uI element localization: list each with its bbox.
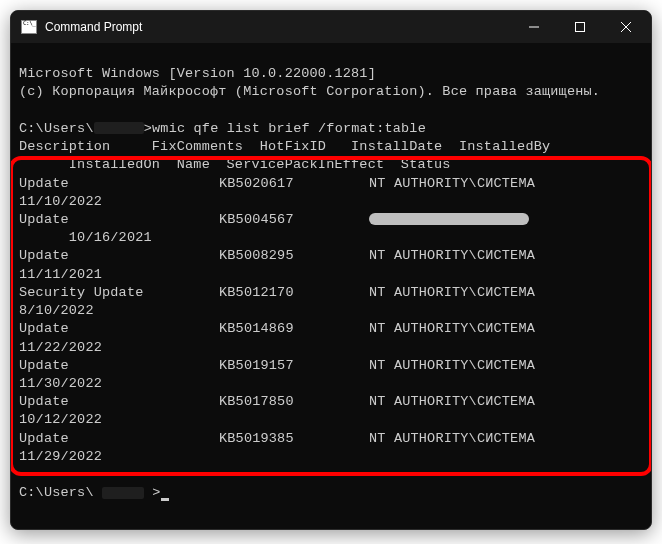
window-title: Command Prompt [45, 20, 511, 34]
row-installedby: NT AUTHORITY\СИСТЕМА [369, 430, 535, 448]
command-prompt-window: Command Prompt Microsoft Windows [Versio… [10, 10, 652, 530]
terminal-body[interactable]: Microsoft Windows [Version 10.0.22000.12… [11, 43, 651, 529]
minimize-icon [529, 22, 539, 32]
hotfix-list: UpdateKB5020617NT AUTHORITY\СИСТЕМА11/10… [19, 175, 643, 467]
row-description: Security Update [19, 284, 219, 302]
row-hotfixid: KB5019385 [219, 430, 369, 448]
row-hotfixid: KB5014869 [219, 320, 369, 338]
row-description: Update [19, 430, 219, 448]
command-line: C:\Users\>wmic qfe list brief /format:ta… [19, 120, 643, 138]
minimize-button[interactable] [511, 11, 557, 43]
redacted-username [94, 122, 144, 134]
row-description: Update [19, 393, 219, 411]
row-description: Update [19, 211, 219, 229]
row-date: 11/10/2022 [19, 193, 643, 211]
row-hotfixid: KB5019157 [219, 357, 369, 375]
row-description: Update [19, 247, 219, 265]
column-headers-2: InstalledOn Name ServicePackInEffect Sta… [19, 156, 643, 174]
row-date: 11/11/2021 [19, 266, 643, 284]
window-controls [511, 11, 649, 43]
maximize-icon [575, 22, 585, 32]
row-description: Update [19, 320, 219, 338]
version-line: Microsoft Windows [Version 10.0.22000.12… [19, 65, 643, 83]
table-row: UpdateKB5008295NT AUTHORITY\СИСТЕМА [19, 247, 643, 265]
row-date: 8/10/2022 [19, 302, 643, 320]
titlebar[interactable]: Command Prompt [11, 11, 651, 43]
table-row: UpdateKB5004567 [19, 211, 643, 229]
table-row: UpdateKB5019385NT AUTHORITY\СИСТЕМА [19, 430, 643, 448]
row-hotfixid: KB5008295 [219, 247, 369, 265]
row-date: 10/16/2021 [19, 229, 643, 247]
column-headers-1: Description FixComments HotFixID Install… [19, 138, 643, 156]
table-row: UpdateKB5019157NT AUTHORITY\СИСТЕМА [19, 357, 643, 375]
table-row: UpdateKB5020617NT AUTHORITY\СИСТЕМА [19, 175, 643, 193]
cursor [161, 498, 169, 501]
row-installedby: NT AUTHORITY\СИСТЕМА [369, 320, 535, 338]
close-icon [621, 22, 631, 32]
svg-rect-1 [576, 23, 585, 32]
row-installedby: NT AUTHORITY\СИСТЕМА [369, 393, 535, 411]
command-text: wmic qfe list brief /format:table [152, 121, 426, 136]
row-installedby: NT AUTHORITY\СИСТЕМА [369, 247, 535, 265]
row-hotfixid: KB5004567 [219, 211, 369, 229]
row-description: Update [19, 175, 219, 193]
row-installedby: NT AUTHORITY\СИСТЕМА [369, 357, 535, 375]
prompt-line-2: C:\Users\ > [19, 484, 643, 502]
prompt2-suffix: > [152, 485, 160, 500]
redacted-installedby [369, 213, 529, 225]
row-installedby: NT AUTHORITY\СИСТЕМА [369, 175, 535, 193]
table-row: Security UpdateKB5012170NT AUTHORITY\СИС… [19, 284, 643, 302]
row-hotfixid: KB5012170 [219, 284, 369, 302]
redacted-username-2 [102, 487, 144, 499]
row-hotfixid: KB5020617 [219, 175, 369, 193]
table-row: UpdateKB5017850NT AUTHORITY\СИСТЕМА [19, 393, 643, 411]
close-button[interactable] [603, 11, 649, 43]
maximize-button[interactable] [557, 11, 603, 43]
row-installedby: NT AUTHORITY\СИСТЕМА [369, 284, 535, 302]
row-date: 11/22/2022 [19, 339, 643, 357]
copyright-line: (c) Корпорация Майкрософт (Microsoft Cor… [19, 83, 643, 101]
row-date: 10/12/2022 [19, 411, 643, 429]
table-row: UpdateKB5014869NT AUTHORITY\СИСТЕМА [19, 320, 643, 338]
row-hotfixid: KB5017850 [219, 393, 369, 411]
prompt-prefix: C:\Users\ [19, 121, 94, 136]
prompt2-prefix: C:\Users\ [19, 485, 94, 500]
row-date: 11/29/2022 [19, 448, 643, 466]
row-date: 11/30/2022 [19, 375, 643, 393]
row-description: Update [19, 357, 219, 375]
cmd-icon [21, 20, 37, 34]
